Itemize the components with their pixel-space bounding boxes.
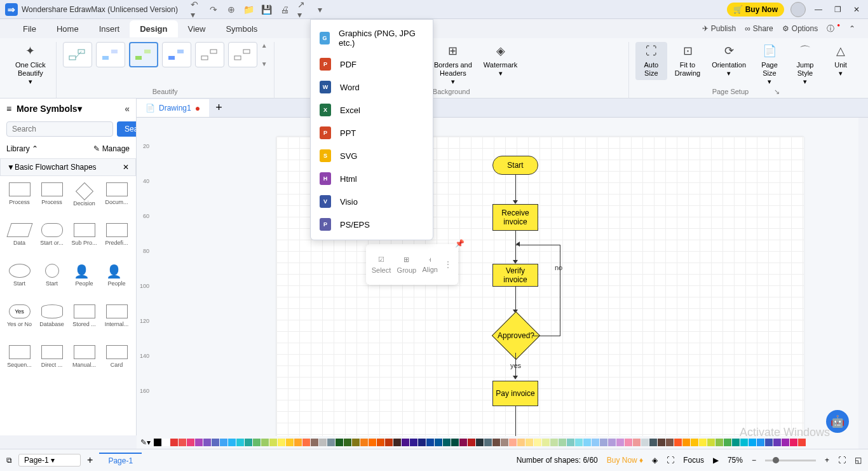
color-swatch[interactable]: [782, 439, 789, 446]
color-swatch[interactable]: [682, 439, 690, 446]
one-click-beautify-button[interactable]: ✦ One Click Beautify ▾: [11, 42, 50, 89]
color-swatch[interactable]: [336, 439, 343, 446]
menu-design[interactable]: Design: [130, 20, 177, 38]
color-swatch[interactable]: [236, 439, 244, 446]
color-swatch[interactable]: [509, 439, 517, 446]
export-item[interactable]: XExcel: [311, 99, 433, 121]
theme-5[interactable]: [195, 42, 224, 67]
collapse-ribbon-icon[interactable]: ⌃: [849, 24, 855, 33]
color-swatch[interactable]: [492, 439, 500, 446]
color-swatch[interactable]: [269, 439, 277, 446]
pin-icon[interactable]: 📌: [455, 239, 465, 248]
buy-now-status[interactable]: Buy Now ♦: [607, 456, 644, 465]
color-swatch[interactable]: [451, 439, 459, 446]
color-swatch[interactable]: [550, 439, 558, 446]
color-swatch[interactable]: [517, 439, 525, 446]
shape-stencil[interactable]: Stored ...: [69, 302, 100, 341]
color-swatch[interactable]: [559, 439, 566, 446]
color-swatch[interactable]: [715, 439, 723, 446]
redo-icon[interactable]: ↷: [208, 4, 219, 15]
color-swatch[interactable]: [749, 439, 756, 446]
more-icon[interactable]: ▾: [315, 4, 325, 15]
theme-4[interactable]: [162, 42, 191, 67]
minimize-button[interactable]: —: [812, 3, 825, 16]
color-swatch[interactable]: [542, 439, 550, 446]
color-swatch[interactable]: [616, 439, 624, 446]
print-icon[interactable]: 🖨: [280, 4, 290, 15]
zoom-out-button[interactable]: −: [752, 456, 756, 465]
buy-now-button[interactable]: 🛒 Buy Now: [727, 3, 784, 17]
color-swatch[interactable]: [468, 439, 475, 446]
avatar[interactable]: [790, 2, 806, 17]
export-item[interactable]: PPS/EPS: [311, 213, 433, 236]
export-item[interactable]: VVisio: [311, 190, 433, 213]
more-symbols-header[interactable]: ≡ More Symbols▾ «: [0, 99, 136, 119]
color-swatch[interactable]: [212, 439, 219, 446]
shape-stencil[interactable]: Process: [4, 180, 35, 219]
export-icon[interactable]: ↗ ▾: [297, 4, 308, 15]
undo-icon[interactable]: ↶ ▾: [191, 4, 201, 15]
color-swatch[interactable]: [418, 439, 426, 446]
color-swatch[interactable]: [649, 439, 657, 446]
color-swatch[interactable]: [393, 439, 401, 446]
color-swatch[interactable]: [534, 439, 541, 446]
color-swatch[interactable]: [170, 439, 178, 446]
color-swatch[interactable]: [327, 439, 335, 446]
shape-stencil[interactable]: Decision: [69, 180, 100, 219]
color-swatch[interactable]: [633, 439, 641, 446]
color-swatch[interactable]: [740, 439, 748, 446]
borders-headers-button[interactable]: ⊞Borders and Headers ▾: [430, 42, 476, 89]
color-swatch[interactable]: [732, 439, 740, 446]
shape-stencil[interactable]: Start or...: [36, 221, 67, 260]
collapse-panel-icon[interactable]: «: [125, 104, 130, 114]
color-swatch[interactable]: [261, 439, 269, 446]
orientation-button[interactable]: ⟳Orientation ▾: [708, 42, 750, 80]
zoom-in-button[interactable]: +: [825, 456, 829, 465]
zoom-slider[interactable]: [765, 460, 816, 461]
layers-icon[interactable]: ◈: [652, 456, 658, 465]
shape-stencil[interactable]: Sequen...: [4, 343, 35, 382]
auto-size-button[interactable]: ⛶Auto Size: [635, 42, 667, 80]
group-tool-button[interactable]: ⊞Group: [397, 256, 417, 274]
shape-stencil[interactable]: Manual...: [69, 343, 100, 382]
save-icon[interactable]: 💾: [262, 4, 272, 15]
new-icon[interactable]: ⊕: [226, 4, 236, 15]
color-swatch[interactable]: [459, 439, 467, 446]
color-swatch[interactable]: [278, 439, 285, 446]
color-swatch[interactable]: [352, 439, 360, 446]
unit-button[interactable]: △Unit ▾: [825, 42, 857, 80]
export-item[interactable]: GGraphics (PNG, JPG etc.): [311, 24, 433, 53]
shape-receive[interactable]: Receive invoice: [492, 204, 538, 231]
doctab-drawing1[interactable]: 📄 Drawing1 ●: [137, 99, 209, 117]
search-button[interactable]: Search: [117, 121, 137, 137]
color-swatch[interactable]: [294, 439, 302, 446]
pagesetup-launcher-icon[interactable]: ↘: [774, 88, 780, 96]
focus-label[interactable]: Focus: [683, 456, 704, 465]
help-icon[interactable]: ⓘ●: [827, 24, 840, 34]
page-tab[interactable]: Page-1: [99, 453, 142, 468]
color-swatch[interactable]: [691, 439, 698, 446]
publish-button[interactable]: ✈ Publish: [702, 24, 736, 33]
theme-3[interactable]: [129, 42, 158, 67]
color-swatch[interactable]: [435, 439, 442, 446]
color-swatch[interactable]: [484, 439, 492, 446]
eyedropper-icon[interactable]: ✎▾: [140, 438, 151, 447]
color-swatch[interactable]: [302, 439, 310, 446]
fit-drawing-button[interactable]: ⊡Fit to Drawing: [671, 42, 704, 80]
library-link[interactable]: Library ⌃: [6, 144, 38, 153]
color-swatch[interactable]: [666, 439, 674, 446]
present-icon[interactable]: ▶: [713, 456, 719, 465]
color-swatch[interactable]: [179, 439, 186, 446]
color-swatch[interactable]: [360, 439, 368, 446]
color-swatch[interactable]: [253, 439, 261, 446]
shape-verify[interactable]: Verify invoice: [492, 264, 538, 287]
color-swatch[interactable]: [699, 439, 707, 446]
theme-next-icon[interactable]: ▼: [261, 60, 268, 67]
color-swatch[interactable]: [600, 439, 607, 446]
color-swatch[interactable]: [641, 439, 649, 446]
color-swatch[interactable]: [369, 439, 376, 446]
watermark-button[interactable]: ◈Watermark ▾: [480, 42, 521, 80]
color-swatch[interactable]: [245, 439, 252, 446]
color-swatch[interactable]: [311, 439, 318, 446]
fullscreen-icon[interactable]: ◱: [855, 456, 862, 465]
